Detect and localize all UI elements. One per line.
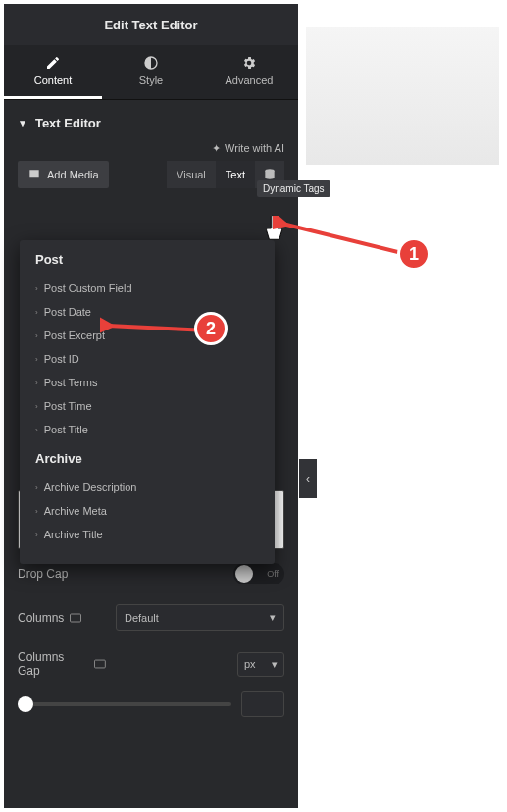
gap-slider[interactable] — [18, 702, 231, 706]
dd-group-archive: Archive ›Archive Description ›Archive Me… — [20, 451, 275, 556]
dynamic-tags-tooltip: Dynamic Tags — [257, 180, 330, 197]
dd-item-label: Post Date — [44, 306, 91, 318]
chevron-right-icon: › — [35, 284, 38, 293]
columns-gap-row: Columns Gap px ▾ — [4, 636, 298, 684]
dd-item-archive-description[interactable]: ›Archive Description — [35, 476, 259, 499]
collapse-panel-button[interactable]: ‹ — [299, 459, 317, 498]
gear-icon — [241, 55, 257, 71]
media-icon — [27, 168, 41, 181]
dd-item-label: Archive Meta — [44, 505, 107, 517]
drop-cap-toggle[interactable]: Off — [233, 563, 284, 584]
dd-item-post-date[interactable]: ›Post Date — [35, 300, 259, 324]
dd-group-post: Post ›Post Custom Field ›Post Date ›Post… — [20, 252, 275, 451]
visual-tab[interactable]: Visual — [167, 161, 216, 188]
section-title: Text Editor — [35, 116, 101, 130]
dd-item-label: Post Excerpt — [44, 330, 105, 341]
ai-row[interactable]: ✦ Write with AI — [4, 142, 298, 161]
chevron-right-icon: › — [35, 483, 38, 492]
dd-item-post-time[interactable]: ›Post Time — [35, 394, 259, 418]
chevron-right-icon: › — [35, 379, 38, 387]
dd-item-post-excerpt[interactable]: ›Post Excerpt — [35, 324, 259, 347]
chevron-right-icon: › — [35, 355, 38, 364]
text-tab[interactable]: Text — [216, 161, 255, 188]
database-icon — [263, 168, 277, 181]
caret-down-icon: ▼ — [18, 118, 27, 128]
dynamic-tags-dropdown: Post ›Post Custom Field ›Post Date ›Post… — [20, 240, 275, 564]
preview-canvas[interactable] — [306, 27, 499, 802]
panel-header: Edit Text Editor — [4, 4, 298, 45]
columns-gap-label-text: Columns Gap — [18, 650, 88, 678]
columns-row: Columns Default ▾ — [4, 590, 298, 636]
gap-value-input[interactable] — [241, 691, 284, 717]
columns-gap-label: Columns Gap — [18, 650, 106, 678]
columns-label: Columns — [18, 611, 106, 625]
dd-item-label: Post Time — [44, 400, 92, 412]
dd-item-post-custom-field[interactable]: ›Post Custom Field — [35, 277, 259, 300]
ai-label: Write with AI — [225, 142, 284, 155]
columns-value: Default — [125, 612, 159, 624]
add-media-button[interactable]: Add Media — [18, 161, 109, 188]
dd-title-archive: Archive — [35, 451, 259, 466]
preview-placeholder-image — [306, 27, 499, 165]
tab-content-label: Content — [34, 75, 73, 86]
dd-title-post: Post — [35, 252, 259, 267]
responsive-icon[interactable] — [94, 659, 106, 669]
dd-item-post-id[interactable]: ›Post ID — [35, 347, 259, 371]
chevron-right-icon: › — [35, 426, 38, 434]
tab-advanced-label: Advanced — [226, 75, 274, 86]
tab-style[interactable]: Style — [102, 45, 200, 99]
tab-style-label: Style — [139, 75, 163, 86]
toggle-knob — [235, 565, 253, 583]
section-text-editor[interactable]: ▼ Text Editor — [4, 100, 298, 142]
sparkle-icon: ✦ — [212, 142, 221, 155]
responsive-icon[interactable] — [70, 613, 81, 623]
dd-item-post-terms[interactable]: ›Post Terms — [35, 371, 259, 394]
toggle-state: Off — [267, 569, 279, 579]
slider-thumb[interactable] — [18, 696, 33, 712]
pencil-icon — [45, 55, 61, 71]
dd-item-post-title[interactable]: ›Post Title — [35, 418, 259, 441]
dd-item-label: Post ID — [44, 353, 79, 365]
gap-unit-select[interactable]: px ▾ — [237, 652, 284, 677]
gap-slider-row — [4, 684, 298, 725]
add-media-label: Add Media — [47, 169, 99, 180]
columns-select[interactable]: Default ▾ — [116, 604, 284, 631]
drop-cap-label: Drop Cap — [18, 567, 106, 581]
dd-item-label: Post Custom Field — [44, 282, 132, 294]
dd-item-archive-title[interactable]: ›Archive Title — [35, 523, 259, 546]
chevron-right-icon: › — [35, 507, 38, 516]
dd-item-label: Post Title — [44, 424, 88, 435]
chevron-right-icon: › — [35, 331, 38, 340]
tab-advanced[interactable]: Advanced — [200, 45, 298, 99]
dd-item-archive-meta[interactable]: ›Archive Meta — [35, 499, 259, 523]
chevron-down-icon: ▾ — [270, 611, 276, 624]
gap-unit: px — [244, 658, 256, 670]
chevron-right-icon: › — [35, 402, 38, 411]
panel-tabs: Content Style Advanced — [4, 45, 298, 100]
editor-toolbar: Add Media Visual Text — [4, 161, 298, 196]
dd-item-label: Archive Description — [44, 482, 137, 493]
columns-label-text: Columns — [18, 611, 64, 625]
contrast-icon — [143, 55, 159, 71]
tab-content[interactable]: Content — [4, 45, 102, 99]
chevron-down-icon: ▾ — [272, 658, 278, 671]
svg-rect-2 — [95, 660, 106, 668]
chevron-right-icon: › — [35, 531, 38, 539]
svg-rect-1 — [71, 614, 81, 622]
dd-item-label: Archive Title — [44, 529, 103, 540]
dd-item-label: Post Terms — [44, 377, 98, 388]
chevron-right-icon: › — [35, 308, 38, 317]
